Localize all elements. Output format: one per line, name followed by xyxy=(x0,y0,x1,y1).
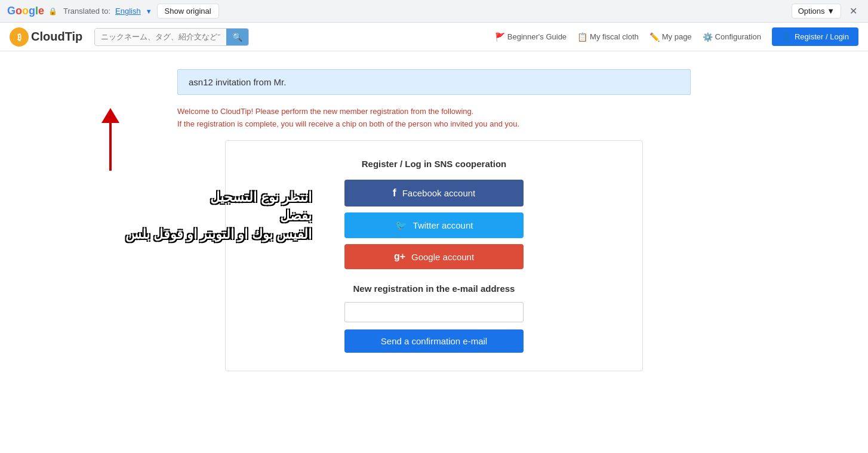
facebook-icon: f xyxy=(393,187,396,199)
cloth-icon: 📋 xyxy=(577,32,587,42)
invitation-box: asn12 invitation from Mr. xyxy=(177,69,691,95)
nav-configuration[interactable]: ⚙️ Configuration xyxy=(703,32,761,42)
language-link[interactable]: English xyxy=(115,7,141,16)
registration-card: Register / Log in SNS cooperation f Face… xyxy=(225,140,643,371)
translated-to-label: Translated to: xyxy=(63,7,110,16)
options-button[interactable]: Options ▼ xyxy=(792,4,841,19)
invitation-title: asn12 invitation from Mr. xyxy=(189,77,679,87)
sns-section-title: Register / Log in SNS cooperation xyxy=(250,159,618,169)
logo-icon: ₿ xyxy=(10,27,29,47)
search-input[interactable] xyxy=(95,29,226,45)
language-dropdown: ▼ xyxy=(146,8,152,15)
nav-beginners-guide[interactable]: 🚩 Beginner's Guide xyxy=(495,32,567,42)
red-arrow xyxy=(93,105,128,177)
search-button[interactable]: 🔍 xyxy=(226,29,248,45)
twitter-label: Twitter account xyxy=(413,220,473,230)
twitter-button[interactable]: 🐦 Twitter account xyxy=(344,212,524,238)
site-logo: ₿ CloudTip xyxy=(10,27,82,47)
show-original-button[interactable]: Show original xyxy=(157,4,219,19)
search-bar: 🔍 xyxy=(94,28,249,46)
welcome-line2: If the registration is complete, you wil… xyxy=(177,119,691,128)
google-label: Google account xyxy=(411,252,474,262)
facebook-label: Facebook account xyxy=(402,188,476,198)
flag-icon: 🚩 xyxy=(495,32,505,42)
google-plus-icon: g+ xyxy=(394,251,405,262)
close-translation-button[interactable]: ✕ xyxy=(846,4,861,18)
facebook-button[interactable]: f Facebook account xyxy=(344,180,524,207)
site-navbar: ₿ CloudTip 🔍 🚩 Beginner's Guide 📋 My fis… xyxy=(0,23,868,51)
register-icon: 👤 xyxy=(781,32,791,41)
logo-text: CloudTip xyxy=(31,30,82,44)
nav-links: 🚩 Beginner's Guide 📋 My fiscal cloth ✏️ … xyxy=(495,27,858,46)
page-icon: ✏️ xyxy=(650,32,660,42)
gear-icon: ⚙️ xyxy=(703,32,713,42)
lock-icon: 🔒 xyxy=(48,7,57,16)
browser-content: ₿ CloudTip 🔍 🚩 Beginner's Guide 📋 My fis… xyxy=(0,23,868,453)
send-confirmation-button[interactable]: Send a confirmation e-mail xyxy=(344,329,524,353)
google-button[interactable]: g+ Google account xyxy=(344,244,524,269)
email-input[interactable] xyxy=(344,302,524,322)
svg-marker-1 xyxy=(101,108,119,123)
main-content: asn12 invitation from Mr. Welcome to Clo… xyxy=(165,69,703,371)
twitter-icon: 🐦 xyxy=(395,220,407,231)
nav-fiscal-cloth[interactable]: 📋 My fiscal cloth xyxy=(577,32,639,42)
google-logo: Google xyxy=(7,5,44,17)
nav-my-page[interactable]: ✏️ My page xyxy=(650,32,692,42)
translation-bar: Google 🔒 Translated to: English ▼ Show o… xyxy=(0,0,868,23)
welcome-line1: Welcome to CloudTip! Please perform the … xyxy=(177,107,691,116)
email-section-title: New registration in the e-mail address xyxy=(250,283,618,294)
register-login-button[interactable]: 👤 Register / Login xyxy=(772,27,858,46)
